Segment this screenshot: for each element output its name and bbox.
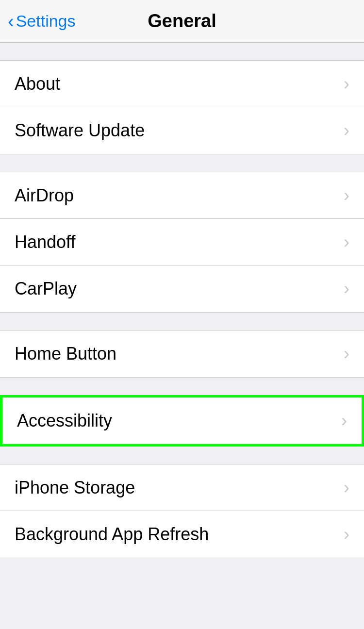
home-button-chevron-icon: › xyxy=(344,344,349,364)
accessibility-label: Accessibility xyxy=(17,411,112,431)
software-update-label: Software Update xyxy=(15,120,145,141)
section-gap-4 xyxy=(0,378,364,395)
settings-group-1: About › Software Update › xyxy=(0,60,364,154)
iphone-storage-label: iPhone Storage xyxy=(15,478,135,498)
list-item-home-button[interactable]: Home Button › xyxy=(0,331,364,377)
list-item-software-update[interactable]: Software Update › xyxy=(0,107,364,154)
list-item-carplay[interactable]: CarPlay › xyxy=(0,265,364,312)
section-gap-5 xyxy=(0,447,364,464)
list-item-handoff[interactable]: Handoff › xyxy=(0,219,364,265)
page-title: General xyxy=(148,11,216,32)
section-gap-1 xyxy=(0,43,364,60)
navigation-bar: ‹ Settings General xyxy=(0,0,364,43)
airdrop-chevron-icon: › xyxy=(344,185,349,206)
back-chevron-icon: ‹ xyxy=(8,12,14,31)
back-label: Settings xyxy=(16,12,76,31)
software-update-chevron-icon: › xyxy=(344,120,349,141)
airdrop-label: AirDrop xyxy=(15,185,74,206)
list-item-about[interactable]: About › xyxy=(0,61,364,107)
accessibility-chevron-icon: › xyxy=(341,411,347,431)
about-label: About xyxy=(15,74,60,94)
settings-group-2: AirDrop › Handoff › CarPlay › xyxy=(0,172,364,313)
list-item-airdrop[interactable]: AirDrop › xyxy=(0,172,364,219)
back-button[interactable]: ‹ Settings xyxy=(8,12,76,31)
iphone-storage-chevron-icon: › xyxy=(344,478,349,498)
home-button-label: Home Button xyxy=(15,344,116,364)
background-app-refresh-chevron-icon: › xyxy=(344,524,349,545)
settings-group-5: iPhone Storage › Background App Refresh … xyxy=(0,464,364,558)
section-gap-3 xyxy=(0,313,364,330)
list-item-accessibility[interactable]: Accessibility › xyxy=(2,397,362,444)
handoff-chevron-icon: › xyxy=(344,232,349,252)
settings-group-accessibility: Accessibility › xyxy=(0,395,364,447)
list-item-background-app-refresh[interactable]: Background App Refresh › xyxy=(0,511,364,558)
list-item-iphone-storage[interactable]: iPhone Storage › xyxy=(0,464,364,511)
handoff-label: Handoff xyxy=(15,232,75,252)
carplay-label: CarPlay xyxy=(15,279,77,299)
carplay-chevron-icon: › xyxy=(344,279,349,299)
about-chevron-icon: › xyxy=(344,74,349,94)
background-app-refresh-label: Background App Refresh xyxy=(15,524,209,545)
section-gap-2 xyxy=(0,154,364,172)
settings-group-3: Home Button › xyxy=(0,330,364,378)
